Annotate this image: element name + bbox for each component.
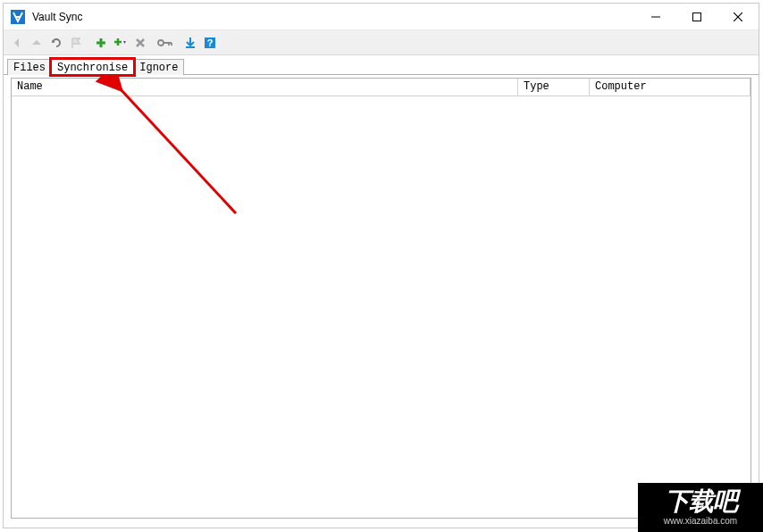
key-icon[interactable] — [155, 33, 175, 53]
tab-synchronise[interactable]: Synchronise — [51, 59, 134, 75]
watermark: 下载吧 www.xiazaiba.com — [638, 483, 763, 532]
app-icon — [9, 8, 27, 26]
column-headers: Name Type Computer — [12, 79, 750, 96]
titlebar: Vault Sync — [4, 4, 759, 30]
tab-files[interactable]: Files — [7, 59, 52, 75]
svg-point-5 — [158, 40, 164, 46]
watermark-text: 下载吧 — [665, 489, 737, 514]
tab-ignore[interactable]: Ignore — [133, 59, 184, 75]
svg-rect-2 — [693, 13, 701, 21]
watermark-url: www.xiazaiba.com — [664, 516, 737, 526]
close-button[interactable] — [717, 4, 759, 30]
window-title: Vault Sync — [32, 11, 82, 23]
column-type[interactable]: Type — [518, 79, 590, 96]
window-controls — [635, 4, 759, 30]
flag-icon[interactable] — [66, 33, 86, 53]
delete-icon[interactable] — [130, 33, 150, 53]
help-icon[interactable]: ? — [200, 33, 220, 53]
column-computer[interactable]: Computer — [590, 79, 750, 96]
tab-bar: Files Synchronise Ignore — [4, 55, 759, 75]
maximize-button[interactable] — [676, 4, 717, 30]
minimize-button[interactable] — [635, 4, 676, 30]
download-icon[interactable] — [180, 33, 200, 53]
refresh-icon[interactable] — [46, 33, 66, 53]
up-icon[interactable] — [27, 33, 46, 53]
back-icon[interactable] — [7, 33, 27, 53]
svg-text:?: ? — [207, 37, 214, 48]
add-dropdown-icon[interactable] — [111, 33, 130, 53]
content-panel: Name Type Computer — [11, 78, 751, 519]
column-name[interactable]: Name — [12, 79, 518, 96]
add-icon[interactable] — [91, 33, 111, 53]
app-window: Vault Sync — [3, 3, 759, 528]
list-body[interactable] — [12, 96, 750, 518]
toolbar: ? — [4, 30, 759, 55]
